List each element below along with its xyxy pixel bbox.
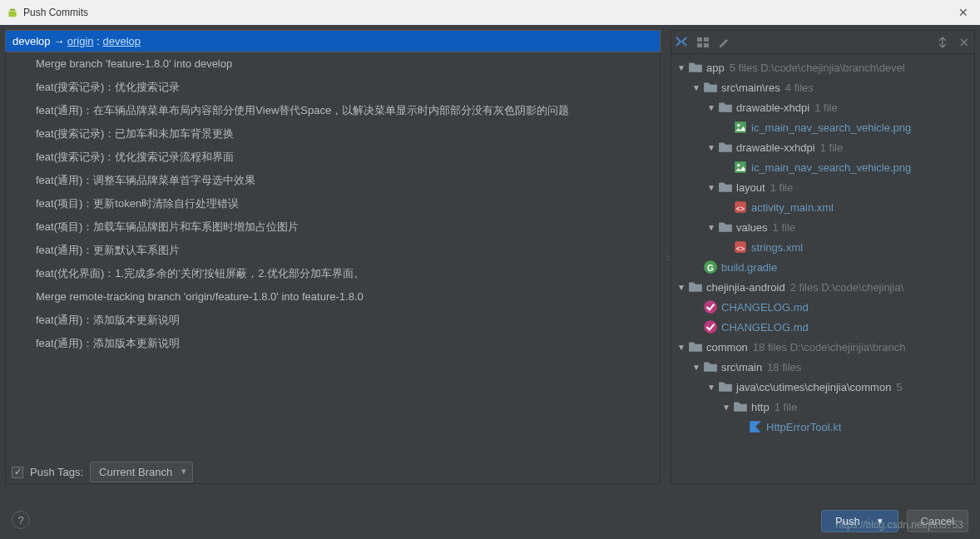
push-tags-select[interactable]: Current Branch — [90, 462, 193, 482]
tree-file-png[interactable]: ic_main_nav_search_vehicle.png — [671, 117, 974, 137]
svg-rect-5 — [704, 43, 709, 47]
file-tree[interactable]: app5 files D:\code\chejinjia\branch\deve… — [671, 53, 975, 484]
splitter[interactable]: ⋮ — [666, 25, 671, 489]
commit-item[interactable]: feat(通用)：添加版本更新说明 — [6, 309, 660, 332]
svg-text:G: G — [707, 264, 714, 273]
tree-node-layout[interactable]: layout1 file — [671, 177, 974, 197]
svg-rect-2 — [697, 37, 702, 42]
tree-node-srcmain[interactable]: src\main18 files — [671, 357, 974, 377]
files-toolbar — [671, 30, 975, 53]
local-branch: develop — [12, 35, 51, 47]
commit-item[interactable]: feat(通用)：在车辆品牌菜单布局内容部分使用View替代Space，以解决菜… — [6, 99, 660, 122]
commit-item[interactable]: feat(优化界面)：1.完成多余的'关闭'按钮屏蔽，2.优化部分加车界面。 — [6, 262, 660, 285]
push-tags-label: Push Tags: — [30, 466, 83, 478]
expand-icon[interactable] — [936, 36, 949, 49]
help-icon[interactable]: ? — [12, 511, 30, 529]
commits-panel: develop → origin : develop Merge branch … — [0, 25, 666, 489]
tree-node-chejinjia[interactable]: chejinjia-android2 files D:\code\chejinj… — [671, 277, 974, 297]
commit-item[interactable]: feat(搜索记录)：优化搜索记录流程和界面 — [6, 146, 660, 169]
commit-item[interactable]: feat(通用)：添加版本更新说明 — [6, 332, 660, 355]
tree-node-app[interactable]: app5 files D:\code\chejinjia\branch\deve… — [671, 57, 974, 77]
tree-file-xml[interactable]: <>strings.xml — [671, 237, 974, 257]
svg-text:<>: <> — [736, 205, 745, 213]
android-icon — [7, 7, 18, 18]
commit-item[interactable]: feat(项目)：加载车辆品牌图片和车系图时增加占位图片 — [6, 215, 660, 239]
svg-rect-8 — [735, 161, 746, 173]
svg-point-1 — [13, 9, 14, 10]
tree-node-javapkg[interactable]: java\cc\utimes\chejinjia\common5 — [671, 377, 974, 397]
tree-node-http[interactable]: http1 file — [671, 397, 974, 417]
close-icon[interactable]: ✕ — [953, 4, 973, 21]
tree-file-gradle[interactable]: Gbuild.gradle — [671, 257, 974, 277]
svg-text:<>: <> — [736, 245, 745, 253]
commit-item[interactable]: feat(项目)：更新token时清除自行处理错误 — [6, 192, 660, 215]
tree-node-res[interactable]: src\main\res4 files — [671, 77, 974, 97]
commit-item[interactable]: Merge branch 'feature-1.8.0' into develo… — [6, 52, 660, 76]
collapse-icon[interactable] — [958, 36, 971, 49]
commits-list[interactable]: Merge branch 'feature-1.8.0' into develo… — [5, 52, 661, 484]
commit-item[interactable]: feat(搜索记录)：已加车和未加车背景更换 — [6, 122, 660, 146]
tree-file-xml[interactable]: <>activity_main.xml — [671, 197, 974, 217]
window-title: Push Commits — [23, 7, 88, 18]
svg-point-0 — [11, 9, 12, 10]
svg-point-7 — [737, 124, 740, 126]
svg-point-9 — [737, 164, 740, 166]
files-panel: app5 files D:\code\chejinjia\branch\deve… — [671, 25, 980, 489]
edit-icon[interactable] — [718, 36, 731, 49]
titlebar: Push Commits ✕ — [0, 0, 980, 25]
branch-bar[interactable]: develop → origin : develop — [5, 30, 661, 52]
tree-node-values[interactable]: values1 file — [671, 217, 974, 237]
svg-point-16 — [704, 300, 717, 314]
commit-item[interactable]: Merge remote-tracking branch 'origin/fea… — [6, 285, 660, 309]
tree-node-common[interactable]: common18 files D:\code\chejinjia\branch — [671, 337, 974, 357]
svg-rect-4 — [697, 43, 702, 47]
push-tags-checkbox[interactable]: ✓ — [12, 467, 23, 478]
svg-rect-6 — [735, 121, 746, 133]
tree-node-xhdpi[interactable]: drawable-xhdpi1 file — [671, 97, 974, 117]
tree-file-md[interactable]: CHANGELOG.md — [671, 317, 974, 337]
tree-file-md[interactable]: CHANGELOG.md — [671, 297, 974, 317]
svg-point-17 — [704, 320, 717, 334]
tree-node-xxhdpi[interactable]: drawable-xxhdpi1 file — [671, 137, 974, 157]
commit-item[interactable]: feat(通用)：更新默认车系图片 — [6, 239, 660, 262]
tree-file-kt[interactable]: HttpErrorTool.kt — [671, 417, 974, 437]
tree-file-png[interactable]: ic_main_nav_search_vehicle.png — [671, 157, 974, 177]
target-branch[interactable]: develop — [102, 35, 141, 47]
group-icon[interactable] — [696, 36, 710, 49]
svg-rect-3 — [704, 37, 709, 42]
commit-item[interactable]: feat(搜索记录)：优化搜索记录 — [6, 76, 660, 99]
remote-name[interactable]: origin — [67, 35, 94, 47]
watermark: https://blog.csdn.net/jun5753 — [836, 519, 963, 531]
commit-item[interactable]: feat(通用)：调整车辆品牌菜单首字母选中效果 — [6, 169, 660, 192]
bottom-bar: ✓ Push Tags: Current Branch ? Push▼ Canc… — [0, 489, 980, 539]
diff-icon[interactable] — [675, 36, 688, 49]
